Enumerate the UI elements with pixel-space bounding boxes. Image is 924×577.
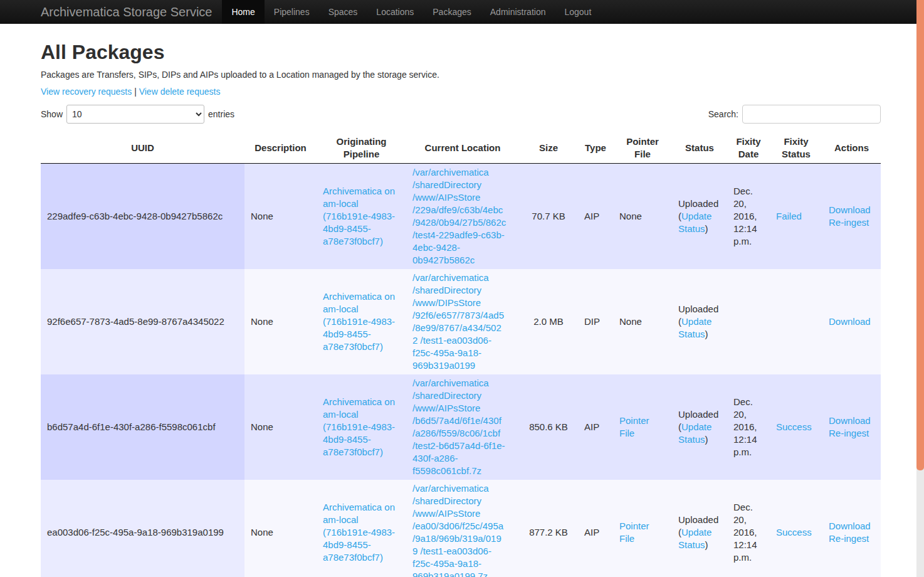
location-link[interactable]: /var/archivematica /sharedDirectory /www… <box>412 166 507 267</box>
pointer-file-cell: Pointer File <box>613 374 672 480</box>
package-row: b6d57a4d-6f1e-430f-a286-f5598c061cbfNone… <box>41 374 881 480</box>
pointer-file-link[interactable]: Pointer File <box>619 521 649 544</box>
type-cell: AIP <box>578 164 613 270</box>
fixity-date-cell: Dec. 20, 2016, 12:14 p.m. <box>727 480 770 577</box>
link-separator: | <box>134 87 137 97</box>
re-ingest-link[interactable]: Re-ingest <box>829 427 874 440</box>
column-header-type[interactable]: Type <box>578 133 613 164</box>
column-header-pointer-file[interactable]: Pointer File <box>613 133 672 164</box>
type-cell: AIP <box>578 480 613 577</box>
update-status-link[interactable]: Update Status <box>678 316 711 339</box>
page-intro: Packages are Transfers, SIPs, DIPs and A… <box>41 70 881 80</box>
packages-table-body: 229adfe9-c63b-4ebc-9428-0b9427b5862cNone… <box>41 164 881 577</box>
column-header-actions[interactable]: Actions <box>822 133 881 164</box>
table-header-row: UUIDDescriptionOriginating PipelineCurre… <box>41 133 881 164</box>
navbar: Archivematica Storage Service HomePipeli… <box>0 0 924 24</box>
update-status-link[interactable]: Update Status <box>678 527 711 550</box>
scrollbar-thumb[interactable] <box>916 0 924 470</box>
update-status-link[interactable]: Update Status <box>678 421 711 445</box>
size-cell: 2.0 MB <box>519 269 578 374</box>
table-controls: Show 10 entries Search: <box>41 105 881 124</box>
packages-table-head: UUIDDescriptionOriginating PipelineCurre… <box>41 133 881 164</box>
pointer-file-cell: None <box>613 269 672 374</box>
app-title: Archivematica Storage Service <box>41 0 212 24</box>
column-header-status[interactable]: Status <box>672 133 727 164</box>
pipeline-cell: Archivematica on am-local (716b191e-4983… <box>317 374 406 480</box>
pointer-file-cell: Pointer File <box>613 480 672 577</box>
page-title: All Packages <box>41 41 881 63</box>
uuid-cell: ea003d06-f25c-495a-9a18-969b319a0199 <box>41 480 244 577</box>
nav-item-administration[interactable]: Administration <box>481 0 555 24</box>
packages-table: UUIDDescriptionOriginating PipelineCurre… <box>41 133 881 577</box>
pipeline-cell: Archivematica on am-local (716b191e-4983… <box>317 269 406 374</box>
fixity-status-link[interactable]: Success <box>776 421 812 432</box>
pipeline-link[interactable]: Archivematica on am-local (716b191e-4983… <box>323 290 400 353</box>
download-link[interactable]: Download <box>829 315 874 328</box>
type-cell: DIP <box>578 269 613 374</box>
navbar-inner: Archivematica Storage Service HomePipeli… <box>41 0 881 24</box>
pipeline-link[interactable]: Archivematica on am-local (716b191e-4983… <box>323 501 400 564</box>
status-cell: Uploaded (Update Status) <box>672 164 727 270</box>
view-delete-requests-link[interactable]: View delete requests <box>139 87 221 97</box>
download-link[interactable]: Download <box>829 520 874 532</box>
description-cell: None <box>244 269 317 374</box>
current-location-cell: /var/archivematica /sharedDirectory /www… <box>406 374 519 480</box>
column-header-description[interactable]: Description <box>244 133 317 164</box>
column-header-fixity-status[interactable]: Fixity Status <box>770 133 822 164</box>
description-cell: None <box>244 480 317 577</box>
download-link[interactable]: Download <box>829 415 874 427</box>
description-cell: None <box>244 374 317 480</box>
fixity-date-cell: Dec. 20, 2016, 12:14 p.m. <box>727 374 770 480</box>
nav-item-logout[interactable]: Logout <box>555 0 601 24</box>
column-header-fixity-date[interactable]: Fixity Date <box>727 133 770 164</box>
size-cell: 877.2 KB <box>519 480 578 577</box>
fixity-status-cell: Success <box>770 374 822 480</box>
column-header-current-location[interactable]: Current Location <box>406 133 519 164</box>
pipeline-cell: Archivematica on am-local (716b191e-4983… <box>317 164 406 270</box>
show-entries-control: Show 10 entries <box>41 105 234 124</box>
current-location-cell: /var/archivematica /sharedDirectory /www… <box>406 164 519 270</box>
pipeline-link[interactable]: Archivematica on am-local (716b191e-4983… <box>323 185 400 248</box>
uuid-cell: 229adfe9-c63b-4ebc-9428-0b9427b5862c <box>41 164 244 270</box>
fixity-status-link[interactable]: Success <box>776 527 812 537</box>
re-ingest-link[interactable]: Re-ingest <box>829 532 874 545</box>
scrollbar[interactable] <box>916 0 924 577</box>
fixity-date-cell: Dec. 20, 2016, 12:14 p.m. <box>727 164 770 270</box>
nav-item-pipelines[interactable]: Pipelines <box>265 0 319 24</box>
size-cell: 850.6 KB <box>519 374 578 480</box>
fixity-status-cell: Success <box>770 480 822 577</box>
column-header-originating-pipeline[interactable]: Originating Pipeline <box>317 133 406 164</box>
column-header-uuid[interactable]: UUID <box>41 133 244 164</box>
update-status-link[interactable]: Update Status <box>678 211 711 234</box>
pipeline-link[interactable]: Archivematica on am-local (716b191e-4983… <box>323 396 400 458</box>
size-cell: 70.7 KB <box>519 164 578 270</box>
column-header-size[interactable]: Size <box>519 133 578 164</box>
download-link[interactable]: Download <box>829 204 874 216</box>
page-size-select[interactable]: 10 <box>66 105 204 124</box>
nav-item-spaces[interactable]: Spaces <box>319 0 367 24</box>
location-link[interactable]: /var/archivematica /sharedDirectory /www… <box>412 272 507 372</box>
re-ingest-link[interactable]: Re-ingest <box>829 216 874 229</box>
actions-cell: DownloadRe-ingest <box>822 374 881 480</box>
uuid-cell: b6d57a4d-6f1e-430f-a286-f5598c061cbf <box>41 374 244 480</box>
nav-item-locations[interactable]: Locations <box>367 0 423 24</box>
search-input[interactable] <box>742 105 881 124</box>
package-row: 92f6e657-7873-4ad5-8e99-8767a4345022None… <box>41 269 881 374</box>
nav-item-packages[interactable]: Packages <box>423 0 480 24</box>
fixity-status-cell <box>770 269 822 374</box>
view-recovery-requests-link[interactable]: View recovery requests <box>41 87 132 97</box>
status-cell: Uploaded (Update Status) <box>672 374 727 480</box>
pointer-file-link[interactable]: Pointer File <box>619 415 649 438</box>
current-location-cell: /var/archivematica /sharedDirectory /www… <box>406 269 519 374</box>
location-link[interactable]: /var/archivematica /sharedDirectory /www… <box>412 377 507 477</box>
location-link[interactable]: /var/archivematica /sharedDirectory /www… <box>412 482 507 577</box>
type-cell: AIP <box>578 374 613 480</box>
actions-cell: Download <box>822 269 881 374</box>
fixity-status-cell: Failed <box>770 164 822 270</box>
actions-cell: DownloadRe-ingest <box>822 480 881 577</box>
show-label: Show <box>41 109 63 119</box>
description-cell: None <box>244 164 317 270</box>
actions-cell: DownloadRe-ingest <box>822 164 881 270</box>
fixity-status-link[interactable]: Failed <box>776 211 802 221</box>
nav-item-home[interactable]: Home <box>222 0 264 24</box>
